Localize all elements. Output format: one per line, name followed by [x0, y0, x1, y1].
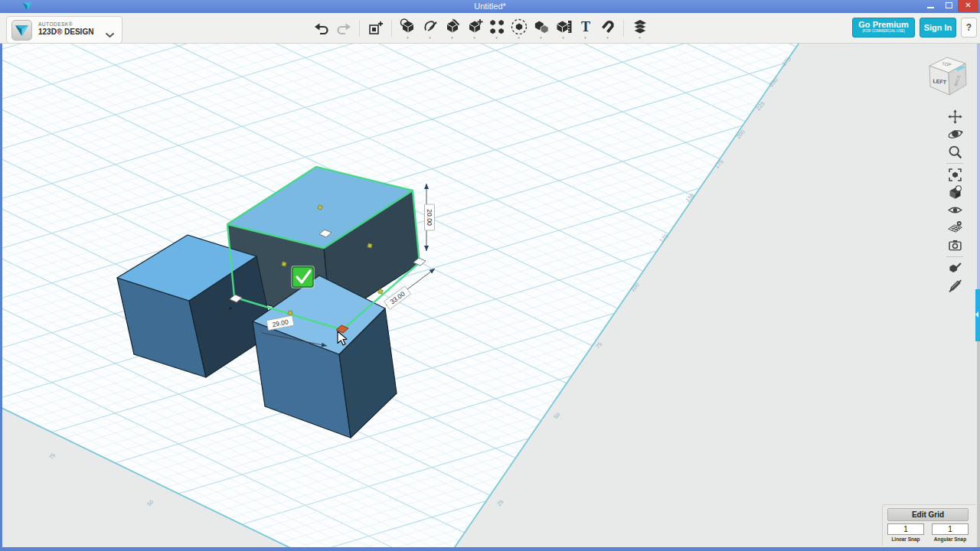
pattern-button[interactable]: ▾	[486, 17, 507, 40]
go-premium-button[interactable]: Go Premium (FOR COMMERCIAL USE)	[852, 18, 915, 37]
help-button[interactable]: ?	[961, 18, 977, 37]
combine-button[interactable]: ▾	[531, 17, 551, 40]
toolbar-separator	[391, 20, 392, 37]
svg-text:20.00: 20.00	[426, 209, 433, 226]
chevron-down-icon	[105, 28, 115, 41]
nav-separator	[946, 256, 963, 257]
dropdown-indicator-icon: ▾	[562, 37, 564, 39]
pan-icon	[947, 109, 963, 125]
panel-collapse-tab[interactable]	[975, 289, 980, 341]
orbit-icon	[947, 126, 963, 142]
confirm-button[interactable]	[291, 266, 315, 289]
transform-icon	[367, 19, 385, 37]
window-border-bottom	[0, 547, 980, 551]
orbit-tool[interactable]	[945, 126, 965, 143]
grid-toggle-tool[interactable]	[945, 219, 965, 236]
measure-button[interactable]: ▾	[553, 17, 573, 40]
dropdown-indicator-icon: ▾	[540, 37, 542, 39]
toolbar: AUTODESK® 123D® DESIGN ▾▾▾▾▾▾▾▾T▾▾▾ Go P…	[0, 13, 980, 44]
screenshot-icon	[947, 237, 963, 253]
grid-toggle-icon	[947, 220, 963, 236]
undo-button[interactable]	[311, 17, 332, 40]
combine-icon	[532, 18, 550, 36]
snap-icon	[599, 18, 617, 36]
hide-sketch-tool[interactable]	[945, 277, 965, 295]
fit-tool[interactable]	[945, 166, 965, 184]
dropdown-indicator-icon: ▾	[451, 37, 453, 39]
dimension-value-field[interactable]: 20.00	[425, 204, 435, 230]
material-apply-icon	[947, 260, 963, 276]
construct-icon	[443, 18, 462, 36]
right-edge-strip	[977, 44, 980, 289]
right-edge-scroll	[977, 341, 980, 548]
construct-button[interactable]: ▾	[442, 17, 462, 40]
dropdown-indicator-icon: ▾	[495, 37, 498, 39]
pan-tool[interactable]	[945, 108, 965, 126]
dropdown-indicator-icon: ▾	[639, 37, 641, 39]
linear-snap-input[interactable]	[887, 523, 924, 535]
display-mode-icon	[947, 184, 963, 201]
brand-company: AUTODESK®	[38, 21, 73, 27]
scene-canvas[interactable]: 755025507510012515017520022525027520.003…	[0, 0, 980, 551]
display-mode-tool[interactable]	[945, 184, 965, 201]
visibility-tool[interactable]	[945, 201, 965, 219]
measure-icon	[554, 18, 573, 36]
modify-icon	[466, 18, 484, 36]
toolbar-icons: ▾▾▾▾▾▾▾▾T▾▾▾	[310, 15, 651, 42]
dropdown-indicator-icon: ▾	[518, 37, 520, 39]
primitives-icon	[399, 18, 417, 36]
nav-separator	[946, 163, 963, 164]
app-window: 755025507510012515017520022525027520.003…	[0, 0, 980, 551]
redo-icon	[335, 19, 353, 37]
autodesk-logo-icon	[11, 20, 32, 41]
visibility-icon	[947, 202, 963, 218]
dropdown-indicator-icon: ▾	[429, 37, 431, 39]
snap-button[interactable]: ▾	[597, 17, 618, 40]
material-button[interactable]: ▾	[629, 17, 650, 40]
chevron-left-icon	[975, 311, 978, 318]
svg-text:T: T	[580, 19, 590, 34]
toolbar-separator	[623, 20, 624, 37]
app-menu[interactable]: AUTODESK® 123D® DESIGN	[6, 16, 122, 44]
dropdown-indicator-icon: ▾	[606, 37, 609, 39]
brand-product: 123D® DESIGN	[38, 28, 93, 36]
pattern-icon	[488, 18, 506, 36]
modify-button[interactable]: ▾	[464, 17, 485, 40]
angular-snap-input[interactable]	[932, 523, 969, 535]
redo-button[interactable]	[333, 17, 354, 40]
minimize-button[interactable]	[921, 0, 939, 12]
linear-snap-label: Linear Snap	[887, 536, 924, 542]
go-premium-label: Go Premium	[853, 21, 914, 29]
go-premium-sublabel: (FOR COMMERCIAL USE)	[853, 29, 914, 34]
material-icon	[631, 18, 649, 36]
undo-icon	[312, 19, 331, 37]
titlebar: Untitled* ✕	[0, 0, 980, 13]
text-button[interactable]: T▾	[575, 17, 596, 40]
edit-grid-panel: Edit Grid Linear Snap Angular Snap	[882, 504, 975, 546]
screenshot-tool[interactable]	[945, 236, 965, 254]
window-title: Untitled*	[0, 0, 980, 13]
material-apply-tool[interactable]	[945, 259, 965, 277]
maximize-button[interactable]	[939, 0, 958, 12]
dropdown-indicator-icon: ▾	[584, 37, 586, 39]
grouping-button[interactable]: ▾	[508, 17, 529, 40]
grouping-icon	[510, 18, 528, 36]
primitives-button[interactable]: ▾	[397, 17, 418, 40]
angular-snap-label: Angular Snap	[932, 536, 969, 542]
sketch-button[interactable]: ▾	[420, 17, 440, 40]
edit-grid-button[interactable]: Edit Grid	[887, 508, 969, 521]
text-icon: T	[577, 18, 595, 36]
zoom-tool[interactable]	[945, 143, 965, 161]
navigation-toolbar	[944, 108, 965, 295]
sign-in-button[interactable]: Sign In	[920, 18, 956, 37]
window-border-left	[0, 13, 2, 551]
hide-sketch-icon	[947, 278, 963, 294]
fit-icon	[947, 167, 963, 183]
vertex-dot	[229, 307, 231, 309]
dropdown-indicator-icon: ▾	[407, 37, 409, 39]
close-button[interactable]: ✕	[958, 0, 978, 12]
transform-button[interactable]	[365, 17, 386, 40]
toolbar-separator	[359, 20, 360, 37]
dropdown-indicator-icon: ▾	[473, 37, 475, 39]
zoom-icon	[947, 144, 963, 160]
